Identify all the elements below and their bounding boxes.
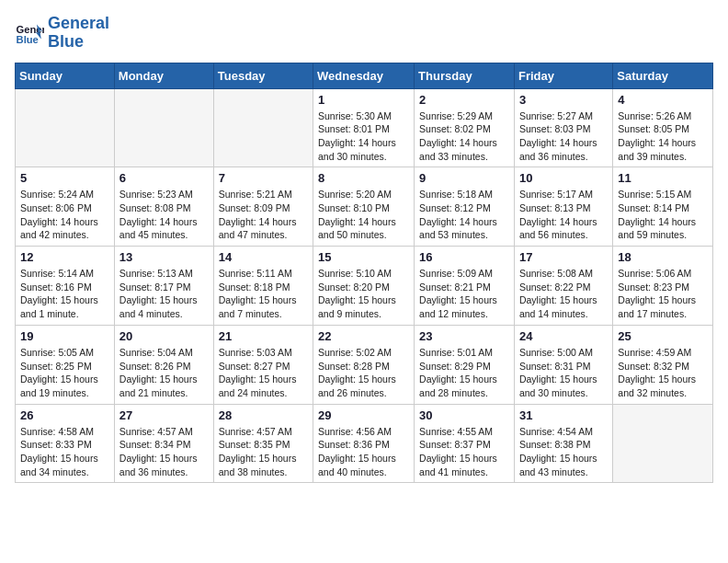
day-info: Sunrise: 5:14 AMSunset: 8:16 PMDaylight:… (20, 267, 109, 321)
day-info: Sunrise: 5:05 AMSunset: 8:25 PMDaylight:… (20, 346, 109, 400)
day-info: Sunrise: 5:09 AMSunset: 8:21 PMDaylight:… (419, 267, 509, 321)
day-number: 31 (519, 408, 608, 422)
week-row-1: 1Sunrise: 5:30 AMSunset: 8:01 PMDaylight… (16, 88, 713, 167)
day-info: Sunrise: 5:13 AMSunset: 8:17 PMDaylight:… (119, 267, 209, 321)
day-number: 11 (618, 171, 708, 185)
day-info: Sunrise: 4:57 AMSunset: 8:34 PMDaylight:… (119, 425, 209, 479)
week-row-3: 12Sunrise: 5:14 AMSunset: 8:16 PMDayligh… (16, 247, 713, 326)
day-info: Sunrise: 5:23 AMSunset: 8:08 PMDaylight:… (119, 188, 209, 242)
day-number: 18 (618, 250, 708, 264)
week-row-2: 5Sunrise: 5:24 AMSunset: 8:06 PMDaylight… (16, 167, 713, 247)
day-cell: 23Sunrise: 5:01 AMSunset: 8:29 PMDayligh… (415, 325, 515, 404)
day-cell: 17Sunrise: 5:08 AMSunset: 8:22 PMDayligh… (514, 247, 612, 326)
day-info: Sunrise: 4:58 AMSunset: 8:33 PMDaylight:… (20, 425, 109, 479)
day-number: 14 (219, 250, 308, 264)
day-number: 27 (119, 408, 209, 422)
day-cell: 12Sunrise: 5:14 AMSunset: 8:16 PMDayligh… (16, 247, 115, 326)
day-number: 20 (119, 329, 209, 343)
day-cell: 4Sunrise: 5:26 AMSunset: 8:05 PMDaylight… (613, 88, 713, 167)
day-cell: 31Sunrise: 4:54 AMSunset: 8:38 PMDayligh… (514, 404, 612, 483)
day-number: 4 (618, 93, 708, 107)
day-info: Sunrise: 5:03 AMSunset: 8:27 PMDaylight:… (219, 346, 308, 400)
day-info: Sunrise: 5:01 AMSunset: 8:29 PMDaylight:… (419, 346, 509, 400)
day-cell: 2Sunrise: 5:29 AMSunset: 8:02 PMDaylight… (415, 88, 515, 167)
day-cell: 20Sunrise: 5:04 AMSunset: 8:26 PMDayligh… (114, 325, 213, 404)
day-cell: 3Sunrise: 5:27 AMSunset: 8:03 PMDaylight… (514, 88, 612, 167)
day-cell (114, 88, 213, 167)
day-cell: 27Sunrise: 4:57 AMSunset: 8:34 PMDayligh… (114, 404, 213, 483)
weekday-header-tuesday: Tuesday (213, 63, 313, 88)
weekday-header-sunday: Sunday (16, 63, 115, 88)
day-info: Sunrise: 5:29 AMSunset: 8:02 PMDaylight:… (419, 109, 509, 164)
day-info: Sunrise: 5:21 AMSunset: 8:09 PMDaylight:… (219, 188, 308, 242)
day-cell: 22Sunrise: 5:02 AMSunset: 8:28 PMDayligh… (313, 325, 415, 404)
calendar: SundayMondayTuesdayWednesdayThursdayFrid… (15, 63, 713, 484)
day-info: Sunrise: 5:26 AMSunset: 8:05 PMDaylight:… (618, 109, 708, 164)
day-number: 29 (318, 408, 409, 422)
week-row-4: 19Sunrise: 5:05 AMSunset: 8:25 PMDayligh… (16, 325, 713, 404)
day-number: 22 (318, 329, 409, 343)
logo-text: GeneralBlue (48, 15, 109, 52)
day-info: Sunrise: 5:06 AMSunset: 8:23 PMDaylight:… (618, 267, 708, 321)
day-cell: 29Sunrise: 4:56 AMSunset: 8:36 PMDayligh… (313, 404, 415, 483)
day-cell (613, 404, 713, 483)
day-number: 6 (119, 171, 209, 185)
day-cell: 21Sunrise: 5:03 AMSunset: 8:27 PMDayligh… (213, 325, 313, 404)
day-number: 17 (519, 250, 608, 264)
day-info: Sunrise: 5:08 AMSunset: 8:22 PMDaylight:… (519, 267, 608, 321)
day-number: 1 (318, 93, 409, 107)
weekday-header-monday: Monday (114, 63, 213, 88)
day-info: Sunrise: 4:56 AMSunset: 8:36 PMDaylight:… (318, 425, 409, 479)
day-info: Sunrise: 5:04 AMSunset: 8:26 PMDaylight:… (119, 346, 209, 400)
day-number: 25 (618, 329, 708, 343)
day-number: 13 (119, 250, 209, 264)
day-cell: 8Sunrise: 5:20 AMSunset: 8:10 PMDaylight… (313, 167, 415, 247)
day-cell: 16Sunrise: 5:09 AMSunset: 8:21 PMDayligh… (415, 247, 515, 326)
day-cell: 19Sunrise: 5:05 AMSunset: 8:25 PMDayligh… (16, 325, 115, 404)
day-cell: 1Sunrise: 5:30 AMSunset: 8:01 PMDaylight… (313, 88, 415, 167)
day-number: 9 (419, 171, 509, 185)
day-number: 28 (219, 408, 308, 422)
day-cell: 14Sunrise: 5:11 AMSunset: 8:18 PMDayligh… (213, 247, 313, 326)
day-number: 26 (20, 408, 109, 422)
day-number: 12 (20, 250, 109, 264)
day-info: Sunrise: 5:17 AMSunset: 8:13 PMDaylight:… (519, 188, 608, 242)
day-info: Sunrise: 5:30 AMSunset: 8:01 PMDaylight:… (318, 109, 409, 164)
weekday-header-wednesday: Wednesday (313, 63, 415, 88)
day-cell: 11Sunrise: 5:15 AMSunset: 8:14 PMDayligh… (613, 167, 713, 247)
weekday-header-saturday: Saturday (613, 63, 713, 88)
day-info: Sunrise: 5:27 AMSunset: 8:03 PMDaylight:… (519, 109, 608, 164)
day-info: Sunrise: 5:10 AMSunset: 8:20 PMDaylight:… (318, 267, 409, 321)
day-cell (16, 88, 115, 167)
day-cell: 26Sunrise: 4:58 AMSunset: 8:33 PMDayligh… (16, 404, 115, 483)
day-info: Sunrise: 4:54 AMSunset: 8:38 PMDaylight:… (519, 425, 608, 479)
day-cell: 18Sunrise: 5:06 AMSunset: 8:23 PMDayligh… (613, 247, 713, 326)
day-number: 7 (219, 171, 308, 185)
page-header: General Blue GeneralBlue (15, 15, 713, 52)
day-cell (213, 88, 313, 167)
day-cell: 9Sunrise: 5:18 AMSunset: 8:12 PMDaylight… (415, 167, 515, 247)
day-number: 8 (318, 171, 409, 185)
day-cell: 25Sunrise: 4:59 AMSunset: 8:32 PMDayligh… (613, 325, 713, 404)
day-number: 21 (219, 329, 308, 343)
day-number: 19 (20, 329, 109, 343)
day-info: Sunrise: 5:02 AMSunset: 8:28 PMDaylight:… (318, 346, 409, 400)
logo-icon: General Blue (15, 18, 44, 48)
svg-text:Blue: Blue (17, 34, 39, 45)
day-info: Sunrise: 4:55 AMSunset: 8:37 PMDaylight:… (419, 425, 509, 479)
day-cell: 24Sunrise: 5:00 AMSunset: 8:31 PMDayligh… (514, 325, 612, 404)
day-number: 5 (20, 171, 109, 185)
week-row-5: 26Sunrise: 4:58 AMSunset: 8:33 PMDayligh… (16, 404, 713, 483)
day-number: 2 (419, 93, 509, 107)
day-info: Sunrise: 5:24 AMSunset: 8:06 PMDaylight:… (20, 188, 109, 242)
weekday-header-thursday: Thursday (415, 63, 515, 88)
day-cell: 28Sunrise: 4:57 AMSunset: 8:35 PMDayligh… (213, 404, 313, 483)
day-info: Sunrise: 4:57 AMSunset: 8:35 PMDaylight:… (219, 425, 308, 479)
day-cell: 30Sunrise: 4:55 AMSunset: 8:37 PMDayligh… (415, 404, 515, 483)
day-info: Sunrise: 5:11 AMSunset: 8:18 PMDaylight:… (219, 267, 308, 321)
day-number: 3 (519, 93, 608, 107)
logo: General Blue GeneralBlue (15, 15, 109, 52)
day-cell: 7Sunrise: 5:21 AMSunset: 8:09 PMDaylight… (213, 167, 313, 247)
weekday-header-friday: Friday (514, 63, 612, 88)
day-number: 30 (419, 408, 509, 422)
